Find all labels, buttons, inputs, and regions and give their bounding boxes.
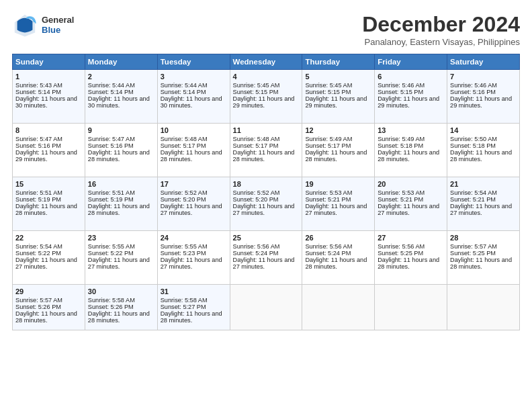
daylight-text: Daylight: 11 hours and 28 minutes. (305, 257, 367, 270)
sunset-text: Sunset: 5:15 PM (305, 89, 351, 95)
table-row: 7 Sunrise: 5:46 AM Sunset: 5:16 PM Dayli… (447, 70, 520, 124)
daylight-text: Daylight: 11 hours and 28 minutes. (88, 203, 150, 216)
daylight-text: Daylight: 11 hours and 27 minutes. (15, 257, 77, 270)
table-row: 19 Sunrise: 5:53 AM Sunset: 5:21 PM Dayl… (302, 177, 375, 231)
sunrise-text: Sunrise: 5:45 AM (305, 82, 352, 89)
sunset-text: Sunset: 5:26 PM (88, 304, 134, 310)
day-number: 12 (305, 126, 371, 134)
daylight-text: Daylight: 11 hours and 28 minutes. (161, 149, 222, 163)
sunrise-text: Sunrise: 5:54 AM (450, 189, 497, 196)
sunrise-text: Sunrise: 5:48 AM (233, 136, 280, 142)
sunrise-text: Sunrise: 5:48 AM (161, 136, 208, 142)
location-subtitle: Panalanoy, Eastern Visayas, Philippines (362, 37, 520, 47)
day-number: 8 (15, 126, 82, 134)
table-row (375, 285, 447, 330)
daylight-text: Daylight: 11 hours and 27 minutes. (161, 257, 222, 270)
day-number: 31 (161, 287, 227, 295)
sunrise-text: Sunrise: 5:51 AM (15, 189, 62, 196)
daylight-text: Daylight: 11 hours and 28 minutes. (15, 203, 77, 216)
daylight-text: Daylight: 11 hours and 28 minutes. (88, 149, 150, 163)
day-number: 18 (233, 180, 300, 188)
table-row: 21 Sunrise: 5:54 AM Sunset: 5:21 PM Dayl… (447, 177, 520, 231)
sunrise-text: Sunrise: 5:52 AM (233, 189, 280, 196)
sunset-text: Sunset: 5:14 PM (161, 89, 206, 95)
day-number: 26 (305, 234, 371, 242)
page: General Blue December 2024 Panalanoy, Ea… (0, 0, 532, 411)
daylight-text: Daylight: 11 hours and 28 minutes. (305, 149, 367, 163)
sunrise-text: Sunrise: 5:44 AM (88, 82, 135, 89)
sunset-text: Sunset: 5:15 PM (378, 89, 423, 95)
sunrise-text: Sunrise: 5:53 AM (378, 189, 425, 196)
daylight-text: Daylight: 11 hours and 29 minutes. (15, 149, 77, 163)
day-number: 6 (378, 73, 444, 81)
table-row: 28 Sunrise: 5:57 AM Sunset: 5:25 PM Dayl… (447, 231, 520, 285)
sunset-text: Sunset: 5:14 PM (88, 89, 134, 95)
sunrise-text: Sunrise: 5:56 AM (233, 243, 280, 250)
col-sunday: Sunday (13, 54, 85, 70)
col-saturday: Saturday (447, 54, 520, 70)
col-monday: Monday (85, 54, 157, 70)
sunset-text: Sunset: 5:16 PM (88, 142, 134, 149)
calendar-header-row: Sunday Monday Tuesday Wednesday Thursday… (13, 54, 520, 70)
table-row: 23 Sunrise: 5:55 AM Sunset: 5:22 PM Dayl… (85, 231, 157, 285)
day-number: 19 (305, 180, 371, 188)
calendar-body: 1 Sunrise: 5:43 AM Sunset: 5:14 PM Dayli… (13, 70, 520, 330)
table-row: 18 Sunrise: 5:52 AM Sunset: 5:20 PM Dayl… (230, 177, 302, 231)
table-row: 26 Sunrise: 5:56 AM Sunset: 5:24 PM Dayl… (302, 231, 375, 285)
sunrise-text: Sunrise: 5:52 AM (161, 189, 208, 196)
table-row: 22 Sunrise: 5:54 AM Sunset: 5:22 PM Dayl… (13, 231, 85, 285)
title-block: December 2024 Panalanoy, Eastern Visayas… (362, 12, 520, 47)
logo-text: General Blue (42, 15, 74, 35)
table-row: 2 Sunrise: 5:44 AM Sunset: 5:14 PM Dayli… (85, 70, 157, 124)
table-row: 4 Sunrise: 5:45 AM Sunset: 5:15 PM Dayli… (230, 70, 302, 124)
sunset-text: Sunset: 5:14 PM (15, 89, 61, 95)
daylight-text: Daylight: 11 hours and 27 minutes. (233, 203, 295, 216)
sunset-text: Sunset: 5:17 PM (305, 142, 351, 149)
table-row: 8 Sunrise: 5:47 AM Sunset: 5:16 PM Dayli… (13, 124, 85, 177)
table-row: 25 Sunrise: 5:56 AM Sunset: 5:24 PM Dayl… (230, 231, 302, 285)
sunrise-text: Sunrise: 5:57 AM (15, 297, 62, 304)
col-tuesday: Tuesday (157, 54, 230, 70)
table-row: 9 Sunrise: 5:47 AM Sunset: 5:16 PM Dayli… (85, 124, 157, 177)
table-row: 10 Sunrise: 5:48 AM Sunset: 5:17 PM Dayl… (157, 124, 230, 177)
day-number: 1 (15, 73, 82, 81)
sunrise-text: Sunrise: 5:49 AM (305, 136, 352, 142)
month-title: December 2024 (362, 12, 520, 37)
logo-icon (12, 12, 38, 38)
daylight-text: Daylight: 11 hours and 28 minutes. (378, 149, 439, 163)
table-row (447, 285, 520, 330)
daylight-text: Daylight: 11 hours and 27 minutes. (378, 203, 439, 216)
col-wednesday: Wednesday (230, 54, 302, 70)
header: General Blue December 2024 Panalanoy, Ea… (12, 12, 520, 47)
table-row: 17 Sunrise: 5:52 AM Sunset: 5:20 PM Dayl… (157, 177, 230, 231)
table-row: 13 Sunrise: 5:49 AM Sunset: 5:18 PM Dayl… (375, 124, 447, 177)
sunset-text: Sunset: 5:16 PM (15, 142, 61, 149)
logo: General Blue (12, 12, 74, 38)
sunset-text: Sunset: 5:25 PM (450, 250, 496, 257)
table-row: 6 Sunrise: 5:46 AM Sunset: 5:15 PM Dayli… (375, 70, 447, 124)
col-thursday: Thursday (302, 54, 375, 70)
daylight-text: Daylight: 11 hours and 28 minutes. (378, 257, 439, 270)
daylight-text: Daylight: 11 hours and 29 minutes. (233, 95, 295, 109)
sunrise-text: Sunrise: 5:46 AM (450, 82, 497, 89)
day-number: 30 (88, 287, 154, 295)
sunrise-text: Sunrise: 5:55 AM (161, 243, 208, 250)
table-row: 1 Sunrise: 5:43 AM Sunset: 5:14 PM Dayli… (13, 70, 85, 124)
daylight-text: Daylight: 11 hours and 30 minutes. (15, 95, 77, 109)
sunrise-text: Sunrise: 5:56 AM (378, 243, 425, 250)
day-number: 20 (378, 180, 444, 188)
sunset-text: Sunset: 5:24 PM (305, 250, 351, 257)
day-number: 10 (161, 126, 227, 134)
sunrise-text: Sunrise: 5:51 AM (88, 189, 135, 196)
sunrise-text: Sunrise: 5:57 AM (450, 243, 497, 250)
day-number: 24 (161, 234, 227, 242)
sunset-text: Sunset: 5:23 PM (161, 250, 206, 257)
table-row: 29 Sunrise: 5:57 AM Sunset: 5:26 PM Dayl… (13, 285, 85, 330)
sunset-text: Sunset: 5:20 PM (161, 196, 206, 203)
table-row (230, 285, 302, 330)
day-number: 22 (15, 234, 82, 242)
daylight-text: Daylight: 11 hours and 28 minutes. (88, 310, 150, 324)
daylight-text: Daylight: 11 hours and 27 minutes. (161, 203, 222, 216)
sunset-text: Sunset: 5:25 PM (378, 250, 423, 257)
day-number: 5 (305, 73, 371, 81)
